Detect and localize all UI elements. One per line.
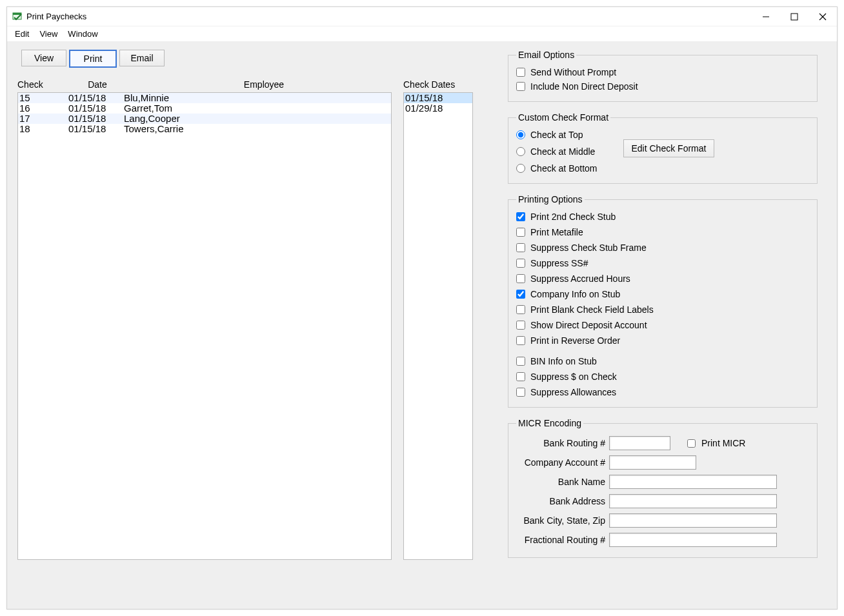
maximize-button[interactable] (785, 10, 803, 23)
suppress_dollar-checkbox[interactable] (516, 372, 525, 381)
micr-encoding-legend: MICR Encoding (516, 418, 583, 428)
menu-edit[interactable]: Edit (10, 28, 34, 39)
print_metafile-label: Print Metafile (530, 227, 583, 237)
view-button[interactable]: View (21, 50, 66, 66)
cell-check: 17 (19, 114, 68, 124)
bank-routing-input[interactable] (609, 436, 670, 450)
send-without-prompt-checkbox[interactable] (516, 68, 525, 77)
menu-window[interactable]: Window (63, 28, 103, 39)
printing-options-group: Printing Options Print 2nd Check StubPri… (508, 194, 818, 408)
check-at-middle-label: Check at Middle (530, 146, 595, 157)
check-at-top-label: Check at Top (530, 130, 583, 140)
company-account-input[interactable] (609, 455, 696, 470)
include-non-dd-checkbox[interactable] (516, 82, 525, 91)
bin_info_stub-label: BIN Info on Stub (530, 356, 597, 366)
suppress_allowances-checkbox[interactable] (516, 388, 525, 397)
cell-check: 18 (19, 124, 68, 134)
fractional-routing-input[interactable] (609, 533, 777, 547)
custom-check-format-legend: Custom Check Format (516, 112, 610, 123)
print_metafile-checkbox[interactable] (516, 228, 525, 237)
menu-view[interactable]: View (34, 28, 63, 39)
suppress_ss-label: Suppress SS# (530, 258, 588, 268)
email-options-legend: Email Options (516, 50, 576, 60)
check-date-row[interactable]: 01/29/18 (404, 103, 472, 114)
cell-employee: Towers,Carrie (124, 124, 391, 134)
fractional-routing-label: Fractional Routing # (516, 535, 605, 545)
custom-check-format-group: Custom Check Format Check at Top Check a… (508, 112, 818, 184)
print_blank_labels-checkbox[interactable] (516, 305, 525, 314)
cell-employee: Garret,Tom (124, 103, 391, 114)
bank-name-label: Bank Name (516, 477, 605, 487)
cell-date: 01/15/18 (68, 103, 124, 114)
company_info_stub-label: Company Info on Stub (530, 289, 620, 299)
table-row[interactable]: 1701/15/18Lang,Cooper (18, 114, 391, 124)
check-dates-panel: Check Dates 01/15/1801/29/18 (403, 77, 473, 599)
table-row[interactable]: 1801/15/18Towers,Carrie (18, 124, 391, 134)
show_dd_account-checkbox[interactable] (516, 321, 525, 330)
suppress_accrued-checkbox[interactable] (516, 274, 525, 283)
suppress_stub_frame-checkbox[interactable] (516, 243, 525, 252)
close-button[interactable] (814, 10, 832, 23)
col-date: Date (59, 79, 136, 90)
edit-check-format-button[interactable]: Edit Check Format (623, 139, 715, 157)
window-title: Print Paychecks (26, 12, 757, 21)
col-check: Check (17, 79, 59, 90)
bank-name-input[interactable] (609, 475, 777, 489)
include-non-dd-label: Include Non Direct Deposit (530, 81, 638, 92)
check-dates-header: Check Dates (403, 77, 473, 92)
bank-csz-input[interactable] (609, 513, 777, 528)
print-micr-checkbox[interactable] (687, 439, 696, 448)
suppress_allowances-label: Suppress Allowances (530, 387, 616, 397)
micr-encoding-group: MICR Encoding Bank Routing # Print MICR … (508, 418, 818, 558)
col-employee: Employee (136, 79, 392, 90)
print-button[interactable]: Print (69, 50, 117, 68)
company-account-label: Company Account # (516, 457, 605, 468)
bank-address-input[interactable] (609, 494, 777, 508)
check-at-middle-radio[interactable] (516, 147, 525, 156)
toolbar: View Print Email (21, 50, 496, 68)
check-list-header: Check Date Employee (17, 77, 392, 92)
print_2nd_stub-checkbox[interactable] (516, 212, 525, 221)
check-at-top-radio[interactable] (516, 130, 525, 139)
titlebar: Print Paychecks (7, 7, 837, 26)
suppress_dollar-label: Suppress $ on Check (530, 372, 617, 382)
svg-rect-3 (791, 14, 798, 20)
minimize-button[interactable] (757, 10, 775, 23)
email-button[interactable]: Email (119, 50, 165, 66)
cell-employee: Blu,Minnie (124, 93, 391, 103)
right-panel: Email Options Send Without Prompt Includ… (508, 50, 818, 599)
cell-check: 16 (19, 103, 68, 114)
show_dd_account-label: Show Direct Deposit Account (530, 320, 647, 330)
email-options-group: Email Options Send Without Prompt Includ… (508, 50, 818, 102)
printing-options-legend: Printing Options (516, 194, 585, 204)
print_blank_labels-label: Print Blank Check Field Labels (530, 304, 654, 315)
app-icon (12, 12, 23, 22)
check-list-panel: Check Date Employee 1501/15/18Blu,Minnie… (17, 77, 392, 599)
company_info_stub-checkbox[interactable] (516, 290, 525, 299)
bank-csz-label: Bank City, State, Zip (516, 515, 605, 526)
bin_info_stub-checkbox[interactable] (516, 357, 525, 366)
suppress_stub_frame-label: Suppress Check Stub Frame (530, 243, 647, 253)
menubar: Edit View Window (7, 26, 837, 42)
cell-employee: Lang,Cooper (124, 114, 391, 124)
bank-routing-label: Bank Routing # (516, 438, 605, 448)
printing-options-list-2: BIN Info on StubSuppress $ on CheckSuppr… (516, 354, 809, 399)
window-frame: Print Paychecks Edit View Window View Pr… (6, 6, 838, 610)
table-row[interactable]: 1501/15/18Blu,Minnie (18, 93, 391, 103)
bank-address-label: Bank Address (516, 496, 605, 506)
check-dates-grid[interactable]: 01/15/1801/29/18 (403, 92, 473, 560)
suppress_ss-checkbox[interactable] (516, 259, 525, 268)
cell-date: 01/15/18 (68, 114, 124, 124)
print_reverse-checkbox[interactable] (516, 336, 525, 345)
printing-options-list-1: Print 2nd Check StubPrint MetafileSuppre… (516, 210, 809, 348)
table-row[interactable]: 1601/15/18Garret,Tom (18, 103, 391, 114)
cell-date: 01/15/18 (68, 124, 124, 134)
check-at-bottom-radio[interactable] (516, 164, 525, 173)
print_reverse-label: Print in Reverse Order (530, 335, 620, 346)
check-grid[interactable]: 1501/15/18Blu,Minnie1601/15/18Garret,Tom… (17, 92, 392, 560)
suppress_accrued-label: Suppress Accrued Hours (530, 273, 630, 284)
send-without-prompt-label: Send Without Prompt (530, 67, 616, 77)
check-date-row[interactable]: 01/15/18 (404, 93, 472, 103)
cell-date: 01/15/18 (68, 93, 124, 103)
print_2nd_stub-label: Print 2nd Check Stub (530, 212, 616, 222)
